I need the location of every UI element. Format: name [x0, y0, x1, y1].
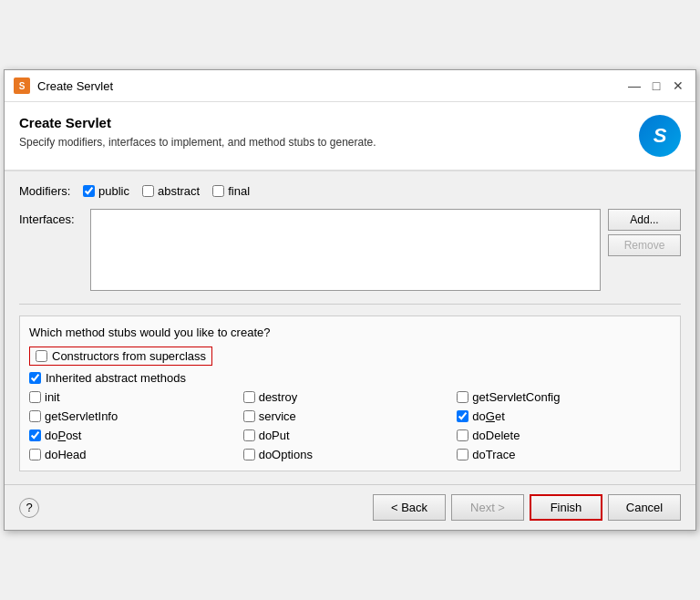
service-item: service [243, 409, 458, 423]
interfaces-label: Interfaces: [19, 209, 83, 226]
title-bar-left: S Create Servlet [14, 78, 113, 94]
modifiers-row: Modifiers: public abstract final [19, 184, 681, 198]
doput-checkbox[interactable] [243, 429, 255, 441]
interfaces-buttons: Add... Remove [608, 209, 681, 256]
abstract-checkbox[interactable] [142, 185, 154, 197]
dohead-item: doHead [29, 448, 243, 461]
doput-label: doPut [259, 429, 290, 442]
stubs-question: Which method stubs would you like to cre… [29, 326, 671, 339]
header-description: Specify modifiers, interfaces to impleme… [19, 136, 376, 149]
help-button[interactable]: ? [19, 498, 39, 518]
back-button[interactable]: < Back [373, 494, 446, 521]
dotrace-checkbox[interactable] [457, 449, 468, 460]
public-label: public [98, 184, 129, 198]
destroy-label: destroy [259, 390, 298, 404]
title-bar: S Create Servlet — □ ✕ [5, 70, 695, 102]
dooptions-item: doOptions [243, 448, 458, 461]
inherited-row: Inherited abstract methods [29, 371, 671, 385]
service-checkbox[interactable] [243, 410, 255, 422]
servlet-icon: S [14, 78, 30, 94]
title-controls: — □ ✕ [626, 78, 686, 94]
maximize-button[interactable]: □ [648, 78, 664, 94]
doget-label: doGet [472, 409, 504, 423]
dialog-title: Create Servlet [37, 79, 113, 93]
abstract-modifier: abstract [142, 184, 200, 198]
init-item: init [29, 390, 243, 404]
remove-interface-button[interactable]: Remove [608, 234, 681, 256]
dohead-label: doHead [45, 448, 87, 461]
final-modifier: final [212, 184, 250, 198]
final-label: final [228, 184, 250, 198]
init-checkbox[interactable] [29, 391, 41, 403]
destroy-checkbox[interactable] [243, 391, 255, 403]
destroy-item: destroy [243, 390, 458, 404]
dodelete-item: doDelete [457, 429, 671, 442]
svg-text:S: S [19, 81, 26, 91]
public-modifier: public [83, 184, 129, 198]
constructors-label: Constructors from superclass [52, 349, 206, 363]
inherited-checkbox[interactable] [29, 372, 41, 384]
service-label: service [259, 409, 296, 423]
getservletconfig-item: getServletConfig [457, 390, 671, 404]
footer-left: ? [19, 498, 39, 518]
getservletconfig-label: getServletConfig [472, 390, 560, 404]
cancel-button[interactable]: Cancel [608, 494, 681, 521]
dooptions-checkbox[interactable] [243, 449, 255, 460]
dodelete-checkbox[interactable] [457, 429, 468, 441]
interfaces-listbox[interactable] [90, 209, 601, 291]
constructors-row: Constructors from superclass [29, 347, 671, 366]
dotrace-item: doTrace [457, 448, 671, 461]
getservletinfo-checkbox[interactable] [29, 410, 41, 422]
method-stubs-section: Which method stubs would you like to cre… [19, 316, 681, 471]
separator [19, 304, 681, 305]
dopost-item: doPost [29, 429, 243, 442]
dohead-checkbox[interactable] [29, 449, 41, 460]
close-button[interactable]: ✕ [670, 78, 686, 94]
interfaces-row: Interfaces: Add... Remove [19, 209, 681, 291]
header-area: Create Servlet Specify modifiers, interf… [5, 102, 695, 171]
dopost-label: doPost [45, 429, 81, 442]
footer: ? < Back Next > Finish Cancel [5, 484, 695, 530]
add-interface-button[interactable]: Add... [608, 209, 681, 231]
doget-checkbox[interactable] [457, 410, 468, 422]
methods-grid: init destroy getServletConfig getServlet… [29, 390, 671, 461]
getservletconfig-checkbox[interactable] [457, 391, 468, 403]
abstract-label: abstract [158, 184, 200, 198]
doget-item: doGet [457, 409, 671, 423]
public-checkbox[interactable] [83, 185, 95, 197]
dotrace-label: doTrace [472, 448, 515, 461]
minimize-button[interactable]: — [626, 78, 643, 94]
constructors-highlighted-box: Constructors from superclass [29, 347, 212, 366]
constructors-checkbox[interactable] [36, 350, 47, 362]
init-label: init [45, 390, 60, 404]
header-logo: S [639, 115, 681, 157]
inherited-label: Inherited abstract methods [46, 371, 186, 385]
content-area: Modifiers: public abstract final Interfa… [5, 171, 695, 484]
footer-right: < Back Next > Finish Cancel [373, 494, 681, 521]
modifiers-checkboxes: public abstract final [83, 184, 250, 198]
header-text: Create Servlet Specify modifiers, interf… [19, 115, 376, 149]
modifiers-label: Modifiers: [19, 184, 83, 198]
dodelete-label: doDelete [472, 429, 520, 442]
next-button[interactable]: Next > [451, 494, 524, 521]
create-servlet-dialog: S Create Servlet — □ ✕ Create Servlet Sp… [4, 69, 696, 531]
final-checkbox[interactable] [212, 185, 224, 197]
dooptions-label: doOptions [259, 448, 313, 461]
getservletinfo-item: getServletInfo [29, 409, 243, 423]
dopost-checkbox[interactable] [29, 429, 41, 441]
doput-item: doPut [243, 429, 458, 442]
header-title: Create Servlet [19, 115, 376, 130]
getservletinfo-label: getServletInfo [45, 409, 118, 423]
finish-button[interactable]: Finish [530, 494, 602, 521]
